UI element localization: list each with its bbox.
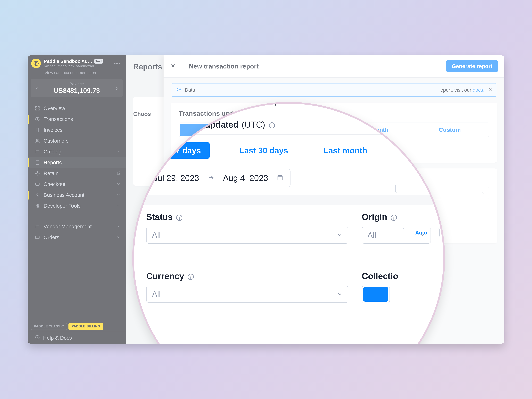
generate-report-button[interactable]: Generate report [446, 60, 498, 72]
svg-point-0 [34, 61, 38, 66]
sidebar-item-label: Transactions [44, 116, 120, 122]
sandbox-docs-link[interactable]: View sandbox documentation [28, 70, 126, 78]
chevron-down-icon [116, 235, 120, 240]
collection-auto[interactable] [363, 287, 388, 302]
sidebar-item-invoices[interactable]: Invoices [28, 125, 126, 135]
balance-prev-icon[interactable]: ‹ [36, 84, 38, 92]
modal-title: New transaction report [189, 63, 446, 70]
svg-rect-28 [278, 176, 282, 180]
svg-rect-9 [36, 150, 39, 153]
briefcase-icon [35, 224, 40, 229]
sidebar-item-overview[interactable]: Overview [28, 103, 126, 114]
invoice-icon [35, 127, 40, 133]
balance-next-icon[interactable]: › [116, 84, 118, 92]
help-docs-link[interactable]: Help & Docs [28, 332, 126, 344]
account-switcher[interactable]: Paddle Sandbox Ad… Test michael.mcgovern… [28, 55, 126, 70]
sidebar-item-label: Checkout [44, 181, 113, 187]
users-icon [35, 138, 40, 144]
docs-link[interactable]: docs. [473, 87, 484, 93]
chevron-down-icon [116, 149, 120, 154]
sidebar-item-label: Customers [44, 138, 120, 144]
info-banner: Data eport, visit our docs. [171, 83, 497, 97]
currency-select[interactable]: All [146, 286, 348, 303]
chevron-down-icon [116, 203, 120, 209]
tab-paddle-billing[interactable]: PADDLE BILLING [69, 323, 103, 330]
chevron-down-icon [116, 182, 120, 187]
balance-card[interactable]: ‹ Balance US$481,109.73 › [31, 79, 123, 97]
sidebar-item-reports[interactable]: Reports [28, 157, 126, 168]
info-icon[interactable] [268, 120, 275, 130]
info-icon[interactable] [187, 271, 195, 281]
sidebar-item-retain[interactable]: Retain [28, 168, 126, 179]
sidebar-item-label: Invoices [44, 127, 120, 133]
balance-label: Balance [38, 82, 116, 86]
svg-rect-2 [38, 107, 39, 108]
svg-point-11 [37, 172, 38, 174]
background-card-label: Choos [133, 111, 151, 117]
close-button[interactable] [170, 63, 179, 70]
range-custom[interactable]: Custom [412, 124, 488, 136]
account-name: Paddle Sandbox Ad… [44, 59, 92, 64]
zoom-date-segmented: Last 7 days Last 30 days Last month Cu [146, 141, 421, 160]
date-to: Aug 4, 2023 [223, 173, 268, 183]
help-icon [35, 335, 40, 341]
sidebar-item-business-account[interactable]: Business Account [28, 190, 126, 201]
svg-point-17 [38, 206, 39, 207]
svg-point-8 [38, 140, 39, 141]
info-icon[interactable] [176, 212, 183, 222]
banner-text-tail: eport, visit our docs. [440, 87, 484, 93]
zoom-filter-currency: Currency All [146, 271, 348, 303]
external-link-icon [116, 171, 120, 176]
account-icon [35, 192, 40, 198]
peek-auto-pill[interactable]: Auto [403, 228, 440, 237]
info-icon[interactable] [390, 212, 398, 222]
zoom-filter-status: Status All [146, 212, 348, 244]
banner-dismiss-button[interactable] [488, 87, 493, 93]
zoom-filter-origin: Origin All [362, 212, 431, 244]
dollar-icon [35, 116, 40, 122]
account-more-icon[interactable]: ••• [113, 59, 122, 68]
svg-rect-13 [36, 183, 39, 185]
sidebar-item-customers[interactable]: Customers [28, 135, 126, 146]
svg-rect-10 [36, 161, 39, 165]
help-label: Help & Docs [43, 335, 72, 341]
page-title: Reports [133, 62, 162, 71]
zoom-filter-collection: Collectio [362, 271, 431, 303]
reports-icon [35, 160, 40, 165]
sidebar-item-label: Catalog [44, 149, 113, 155]
sidebar-item-catalog[interactable]: Catalog [28, 146, 126, 157]
arrow-right-icon [208, 173, 214, 183]
zoom-date-picker[interactable]: Jul 29, 2023 Aug 4, 2023 [146, 169, 291, 187]
svg-point-7 [36, 139, 38, 141]
chevron-down-icon [116, 192, 120, 198]
megaphone-icon [175, 86, 181, 94]
chevron-down-icon [481, 190, 485, 196]
retain-icon [35, 171, 40, 176]
sidebar-item-checkout[interactable]: Checkout [28, 179, 126, 190]
banner-text: Data [185, 87, 195, 93]
card-icon [35, 235, 40, 240]
sidebar-item-label: Retain [44, 171, 113, 176]
range-last-month[interactable]: Last month [318, 142, 373, 159]
sidebar-item-developer-tools[interactable]: Developer Tools [28, 201, 126, 211]
env-badge: Test [94, 59, 103, 63]
sidebar-item-label: Developer Tools [44, 203, 113, 209]
range-last-30[interactable]: Last 30 days [234, 142, 294, 159]
sidebar-item-label: Business Account [44, 192, 113, 198]
card-icon [35, 182, 40, 187]
sidebar-item-vendor-management[interactable]: Vendor Management [28, 221, 126, 232]
svg-rect-19 [36, 236, 39, 239]
status-select[interactable]: All [146, 227, 348, 244]
svg-rect-3 [36, 109, 37, 110]
sidebar-item-orders[interactable]: Orders [28, 232, 126, 243]
svg-rect-18 [36, 226, 39, 228]
date-from: Jul 29, 2023 [153, 173, 199, 183]
app-window: Paddle Sandbox Ad… Test michael.mcgovern… [28, 55, 504, 344]
divider [184, 62, 184, 70]
tab-paddle-classic[interactable]: PADDLE CLASSIC [31, 323, 67, 330]
account-email: michael.mcgovern+sandboxad… [44, 64, 110, 68]
svg-rect-1 [36, 107, 37, 108]
collection-mode-segmented [362, 286, 390, 303]
svg-point-15 [36, 206, 37, 206]
sidebar-item-transactions[interactable]: Transactions [28, 114, 126, 125]
